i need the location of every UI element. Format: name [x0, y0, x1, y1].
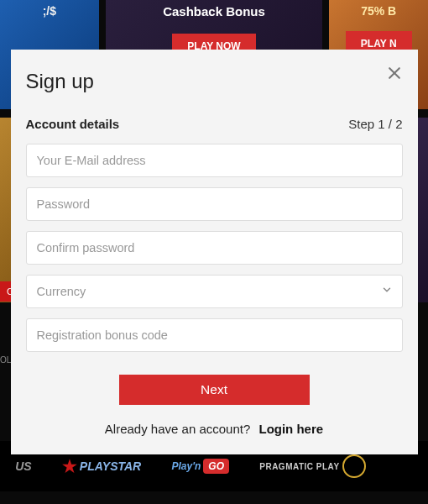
signup-modal: Sign up Account details Step 1 / 2 Next …	[11, 50, 418, 454]
currency-select[interactable]	[26, 275, 403, 308]
bonus-code-field[interactable]	[26, 318, 403, 352]
section-label: Account details	[26, 117, 120, 131]
email-field[interactable]	[26, 144, 403, 177]
password-field[interactable]	[26, 187, 403, 221]
confirm-password-field[interactable]	[26, 231, 403, 265]
login-prompt-row: Already have an account? Login here	[26, 422, 403, 436]
close-icon	[386, 70, 403, 84]
section-header: Account details Step 1 / 2	[26, 117, 403, 131]
next-button[interactable]: Next	[119, 375, 310, 405]
login-link[interactable]: Login here	[258, 422, 323, 436]
login-prompt-text: Already have an account?	[105, 422, 250, 436]
close-button[interactable]	[386, 65, 403, 85]
modal-title: Sign up	[26, 70, 403, 93]
step-indicator: Step 1 / 2	[348, 117, 402, 131]
currency-field[interactable]	[26, 275, 403, 308]
modal-overlay: Sign up Account details Step 1 / 2 Next …	[0, 0, 428, 504]
